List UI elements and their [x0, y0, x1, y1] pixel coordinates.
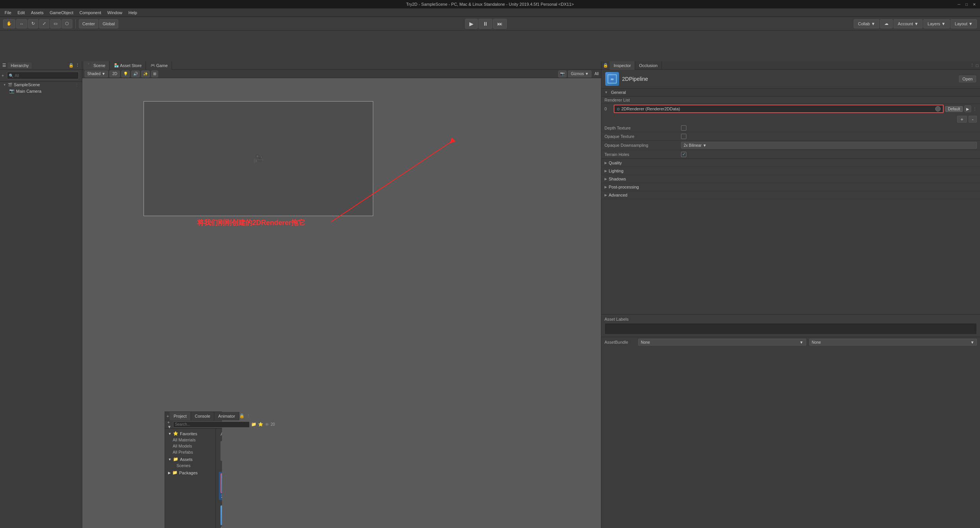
opaque-downsampling-dropdown[interactable]: 2x Bilinear ▼: [681, 142, 977, 149]
close-button[interactable]: ✕: [972, 2, 977, 7]
2d-toggle[interactable]: 2D: [109, 71, 120, 77]
scene-grid-btn[interactable]: ⊞: [151, 71, 158, 77]
cloud-button[interactable]: ☁: [880, 19, 893, 28]
renderer-item-selector[interactable]: [935, 106, 941, 112]
opaque-texture-toggle[interactable]: [681, 134, 977, 139]
menu-component[interactable]: Component: [76, 10, 104, 16]
layers-button[interactable]: Layers ▼: [923, 19, 950, 28]
project-star-icon[interactable]: ⭐: [258, 422, 263, 427]
hierarchy-search[interactable]: 🔍 All: [7, 72, 79, 79]
scene-light-btn[interactable]: 💡: [121, 71, 130, 77]
tab-scene[interactable]: ⬛ Scene: [84, 61, 109, 70]
renderer-item-field[interactable]: ⊙ 2DRenderer (Renderer2DData): [614, 105, 944, 113]
tool-scale[interactable]: ⤢: [39, 19, 49, 28]
favorites-header[interactable]: ▼ ⭐ Favorites: [165, 430, 216, 437]
packages-header[interactable]: ▶ 📁 Packages: [165, 469, 216, 476]
renderer-expand-btn[interactable]: ▶: [964, 105, 971, 112]
packages-label: Packages: [179, 471, 198, 475]
hierarchy-more-icon[interactable]: ⋮: [75, 63, 80, 68]
menu-assets[interactable]: Assets: [28, 10, 47, 16]
menu-help[interactable]: Help: [125, 10, 140, 16]
inspector-maximize-icon[interactable]: □: [976, 63, 978, 68]
assets-header[interactable]: ▼ 📁 Assets: [165, 456, 216, 462]
inspector-tab-main[interactable]: Inspector: [610, 61, 635, 70]
tool-move[interactable]: ↔: [16, 19, 27, 28]
general-section-header[interactable]: ▼ General: [601, 89, 980, 97]
asset-item-scenes[interactable]: 📁 Scenes: [219, 439, 222, 468]
minimize-button[interactable]: ─: [956, 2, 962, 7]
menu-gameobject[interactable]: GameObject: [47, 10, 77, 16]
scene-fx-btn[interactable]: ✨: [141, 71, 150, 77]
project-create-btn[interactable]: + ▼: [167, 420, 172, 429]
inspector-lock-icon[interactable]: 🔒: [603, 63, 608, 68]
pause-button[interactable]: ⏸: [479, 19, 492, 29]
play-button[interactable]: ▶: [465, 19, 478, 29]
layout-button[interactable]: Layout ▼: [951, 19, 977, 28]
tab-console[interactable]: Console: [191, 412, 214, 420]
project-lock-icon[interactable]: 🔒: [239, 413, 245, 418]
hierarchy-scene-item[interactable]: ▼ 🎬 SampleScene ⋮: [0, 82, 82, 88]
hierarchy-tab[interactable]: Hierarchy: [8, 62, 32, 69]
hierarchy-lock-icon[interactable]: 🔒: [69, 63, 74, 68]
pivot-button[interactable]: Center: [79, 19, 98, 28]
renderer-more-btn[interactable]: ⋮: [973, 107, 977, 112]
renderer-item-row: 0 ⊙ 2DRenderer (Renderer2DData) Default …: [604, 105, 977, 113]
tool-rotate[interactable]: ↻: [28, 19, 38, 28]
menu-edit[interactable]: Edit: [15, 10, 28, 16]
tool-rect[interactable]: ▭: [50, 19, 61, 28]
tab-project[interactable]: Project: [170, 412, 191, 420]
assetbundle-variant-dropdown[interactable]: None ▼: [809, 339, 977, 346]
scene-audio-btn[interactable]: 🔊: [131, 71, 140, 77]
quality-header[interactable]: ▶ Quality: [601, 159, 980, 167]
global-button[interactable]: Global: [99, 19, 118, 28]
asset-item-2dpipeline[interactable]: 2D 2DPipeline: [219, 472, 222, 500]
lighting-header[interactable]: ▶ Lighting: [601, 167, 980, 175]
inspector-panel: 🔒 Inspector Occlusion ⋮ □ 2D 2DPipeline: [601, 61, 980, 528]
sidebar-scenes[interactable]: Scenes: [165, 462, 216, 469]
downsampling-select[interactable]: 2x Bilinear ▼: [681, 142, 977, 149]
tab-animator[interactable]: Animator: [214, 412, 239, 420]
depth-texture-toggle[interactable]: [681, 125, 977, 131]
gizmos-dropdown[interactable]: Gizmos ▼: [568, 71, 591, 77]
asset-labels-area[interactable]: [604, 323, 977, 335]
advanced-header[interactable]: ▶ Advanced: [601, 191, 980, 199]
sidebar-all-models[interactable]: All Models: [165, 443, 216, 449]
project-add-btn[interactable]: +: [167, 414, 169, 418]
terrain-holes-checkbox[interactable]: ✓: [681, 152, 977, 157]
project-search-input[interactable]: [173, 421, 250, 428]
project-eye-icon[interactable]: 👁: [265, 422, 269, 427]
scene-menu[interactable]: ⋮: [75, 83, 79, 87]
step-button[interactable]: ⏭: [493, 19, 507, 29]
post-processing-header[interactable]: ▶ Post-processing: [601, 183, 980, 191]
terrain-holes-check[interactable]: ✓: [681, 152, 686, 157]
account-button[interactable]: Account ▼: [893, 19, 923, 28]
shading-dropdown[interactable]: Shaded ▼: [85, 71, 108, 77]
maximize-button[interactable]: □: [964, 2, 969, 7]
inspector-tab-occlusion[interactable]: Occlusion: [635, 61, 662, 70]
tool-hand[interactable]: ✋: [3, 19, 15, 28]
collab-button[interactable]: Collab ▼: [854, 19, 879, 28]
add-renderer-btn[interactable]: +: [957, 116, 967, 123]
assetbundle-dropdown[interactable]: None ▼: [638, 339, 806, 346]
menu-window[interactable]: Window: [104, 10, 125, 16]
menu-file[interactable]: File: [2, 10, 15, 16]
sidebar-all-prefabs[interactable]: All Prefabs: [165, 449, 216, 455]
project-more-icon[interactable]: ⋮: [246, 413, 250, 418]
tab-game[interactable]: 🎮 Game: [147, 61, 172, 70]
asset-item-2drenderer[interactable]: { } 2DRenderer: [219, 504, 222, 528]
inspector-more-icon[interactable]: ⋮: [970, 63, 974, 68]
tool-transform[interactable]: ⬡: [62, 19, 72, 28]
shadows-header[interactable]: ▶ Shadows: [601, 175, 980, 183]
hierarchy-camera-item[interactable]: 📷 Main Camera: [0, 88, 82, 94]
hierarchy-menu-icon[interactable]: ☰: [2, 63, 6, 68]
open-button[interactable]: Open: [959, 75, 976, 82]
hierarchy-add-btn[interactable]: +: [2, 73, 4, 78]
remove-renderer-btn[interactable]: -: [969, 116, 977, 123]
scene-view[interactable]: 🎥 将我们刚刚创建的2DRenderer拖它: [82, 78, 601, 528]
tab-asset-store[interactable]: 🏪 Asset Store: [110, 61, 146, 70]
project-folder-icon[interactable]: 📁: [251, 422, 256, 427]
sidebar-all-materials[interactable]: All Materials: [165, 437, 216, 443]
opaque-texture-checkbox[interactable]: [681, 134, 686, 139]
window-controls[interactable]: ─ □ ✕: [956, 2, 977, 7]
depth-texture-checkbox[interactable]: [681, 125, 686, 131]
